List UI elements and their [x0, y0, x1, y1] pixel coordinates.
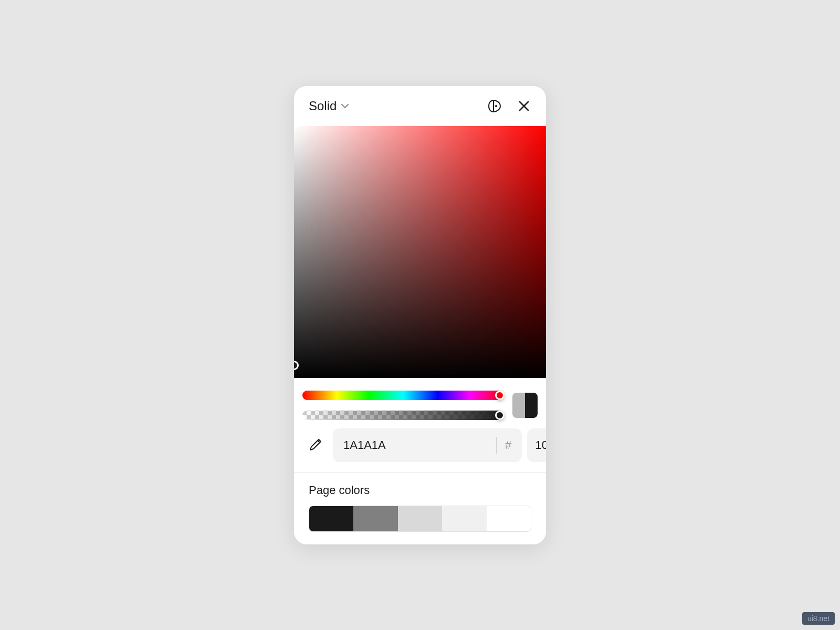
inputs-section: # %: [294, 428, 546, 472]
color-swatch[interactable]: [487, 506, 531, 531]
sliders-section: [294, 378, 546, 428]
hue-slider[interactable]: [302, 391, 504, 400]
watermark: ui8.net: [802, 612, 835, 625]
header-actions: [487, 99, 531, 113]
saturation-value-area[interactable]: [294, 126, 546, 378]
svg-point-0: [495, 105, 497, 107]
color-picker-panel: Solid: [294, 86, 546, 544]
sliders: [302, 391, 504, 420]
chevron-down-icon: [341, 102, 349, 110]
eyedropper-icon: [308, 438, 322, 452]
sv-handle[interactable]: [294, 361, 299, 370]
opacity-slider[interactable]: [302, 411, 504, 420]
page-colors-section: Page colors: [294, 472, 546, 544]
color-swatch[interactable]: [309, 506, 353, 531]
hue-slider-handle[interactable]: [495, 391, 505, 400]
opacity-input-container: %: [527, 428, 546, 462]
color-swatch[interactable]: [398, 506, 442, 531]
preview-previous-color: [512, 393, 525, 418]
color-swatch[interactable]: [353, 506, 397, 531]
swatch-row: [309, 506, 531, 532]
hash-symbol: #: [505, 438, 511, 452]
preview-current-color: [525, 393, 538, 418]
hex-input-container: #: [333, 428, 522, 462]
panel-header: Solid: [294, 86, 546, 126]
fill-mode-selector[interactable]: Solid: [309, 99, 349, 113]
blend-mode-button[interactable]: [487, 99, 502, 113]
eyedropper-button[interactable]: [302, 433, 328, 458]
input-divider: [496, 437, 497, 454]
fill-mode-label: Solid: [309, 99, 337, 113]
opacity-slider-handle[interactable]: [495, 411, 505, 420]
page-colors-title: Page colors: [309, 484, 531, 497]
color-preview: [512, 393, 538, 418]
close-icon: [518, 100, 530, 112]
opacity-input[interactable]: [533, 438, 546, 452]
color-swatch[interactable]: [442, 506, 486, 531]
hex-input[interactable]: [343, 438, 488, 452]
close-button[interactable]: [517, 99, 531, 113]
